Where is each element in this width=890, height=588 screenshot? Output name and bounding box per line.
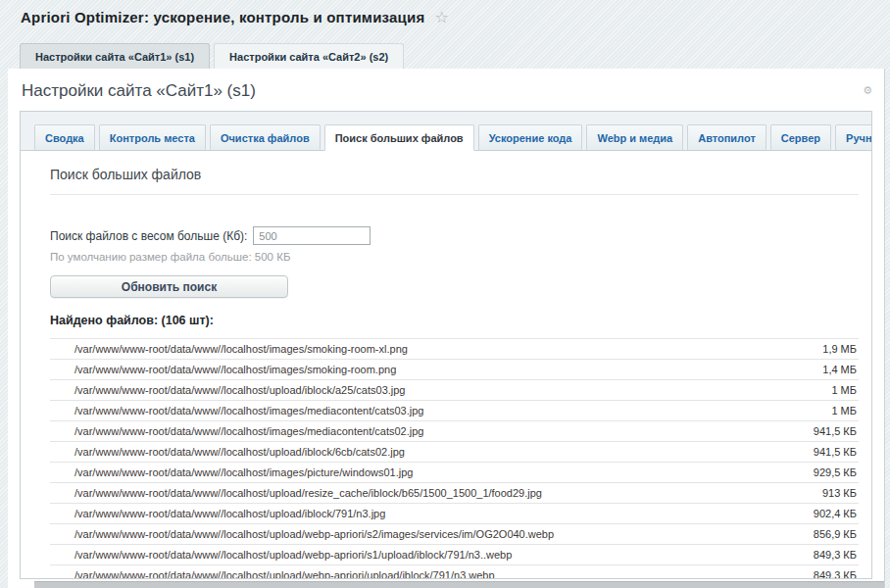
file-size: 941,5 КБ [792, 421, 859, 442]
top-bar: Apriori Optimizer: ускорение, контроль и… [0, 0, 890, 69]
file-path: /var/www/www-root/data/www//localhost/up… [50, 524, 792, 545]
tab-1[interactable]: Сводка [34, 124, 95, 151]
file-size: 849,3 КБ [792, 545, 859, 565]
file-size: 849,3 КБ [792, 565, 859, 580]
tab-9[interactable]: Ручная проверка [835, 124, 872, 151]
tab-6[interactable]: Webp и медиа [586, 124, 683, 151]
file-row: /var/www/www-root/data/www//localhost/up… [50, 565, 859, 580]
refresh-search-button[interactable]: Обновить поиск [50, 275, 288, 298]
tab-5[interactable]: Ускорение кода [478, 124, 583, 151]
file-path: /var/www/www-root/data/www//localhost/up… [50, 545, 792, 565]
file-path: /var/www/www-root/data/www//localhost/im… [50, 360, 792, 380]
tab-2[interactable]: Контроль места [99, 124, 206, 151]
file-size: 1 МБ [792, 380, 859, 401]
file-size: 929,5 КБ [792, 463, 859, 483]
search-size-input[interactable] [253, 226, 371, 245]
content-area: Настройки сайта «Сайт1» (s1) ⚙ СводкаКон… [8, 69, 885, 588]
site-tabs: Настройки сайта «Сайт1» (s1)Настройки са… [20, 43, 408, 69]
search-size-row: Поиск файлов с весом больше (Кб): [50, 226, 859, 245]
file-row: /var/www/www-root/data/www//localhost/im… [50, 339, 859, 360]
app-title: Apriori Optimizer: ускорение, контроль и… [21, 9, 424, 25]
file-path: /var/www/www-root/data/www//localhost/im… [50, 401, 792, 421]
file-path: /var/www/www-root/data/www//localhost/up… [50, 565, 792, 580]
gear-icon[interactable]: ⚙ [863, 84, 872, 97]
file-row: /var/www/www-root/data/www//localhost/up… [50, 524, 859, 545]
file-size: 1 МБ [792, 401, 859, 421]
file-path: /var/www/www-root/data/www//localhost/up… [50, 504, 792, 524]
file-path: /var/www/www-root/data/www//localhost/im… [50, 463, 792, 483]
results-count-title: Найдено файлов: (106 шт): [50, 314, 859, 327]
files-table: /var/www/www-root/data/www//localhost/im… [50, 338, 859, 579]
file-row: /var/www/www-root/data/www//localhost/im… [50, 360, 859, 380]
tab-3[interactable]: Очистка файлов [210, 124, 321, 151]
file-row: /var/www/www-root/data/www//localhost/up… [50, 380, 859, 401]
file-row: /var/www/www-root/data/www//localhost/im… [50, 463, 859, 483]
tab-4[interactable]: Поиск больших файлов [324, 124, 474, 151]
file-size: 1,4 МБ [792, 360, 859, 380]
file-size: 941,5 КБ [792, 442, 859, 463]
files-table-body: /var/www/www-root/data/www//localhost/im… [50, 339, 859, 580]
section-title: Поиск больших файлов [50, 165, 859, 182]
favorite-star-icon[interactable]: ☆ [434, 10, 448, 25]
site-tab-1[interactable]: Настройки сайта «Сайт1» (s1) [20, 43, 210, 69]
file-row: /var/www/www-root/data/www//localhost/im… [50, 401, 859, 421]
tab-8[interactable]: Сервер [770, 124, 831, 151]
settings-panel: СводкаКонтроль местаОчистка файловПоиск … [20, 111, 872, 579]
search-size-label: Поиск файлов с весом больше (Кб): [50, 229, 247, 243]
file-path: /var/www/www-root/data/www//localhost/up… [50, 380, 792, 401]
tab-7[interactable]: Автопилот [687, 124, 766, 151]
file-row: /var/www/www-root/data/www//localhost/im… [50, 421, 859, 442]
site-tab-2[interactable]: Настройки сайта «Сайт2» (s2) [214, 43, 404, 69]
file-row: /var/www/www-root/data/www//localhost/up… [50, 545, 859, 565]
search-size-hint: По умолчанию размер файла больше: 500 КБ [50, 251, 859, 263]
file-size: 1,9 МБ [792, 339, 859, 360]
file-size: 856,9 КБ [792, 524, 859, 545]
file-row: /var/www/www-root/data/www//localhost/up… [50, 504, 859, 524]
file-path: /var/www/www-root/data/www//localhost/up… [50, 442, 792, 463]
nav-tabs: СводкаКонтроль местаОчистка файловПоиск … [21, 112, 871, 151]
page-title: Настройки сайта «Сайт1» (s1) [8, 69, 884, 111]
file-path: /var/www/www-root/data/www//localhost/im… [50, 339, 792, 360]
file-path: /var/www/www-root/data/www//localhost/up… [50, 483, 792, 504]
tab-content-large-files: Поиск больших файлов Поиск файлов с весо… [21, 151, 871, 579]
title-row: Apriori Optimizer: ускорение, контроль и… [0, 0, 890, 25]
file-size: 913 КБ [792, 483, 859, 504]
horizontal-scrollbar[interactable] [34, 581, 884, 588]
file-size: 902,4 КБ [792, 504, 859, 524]
file-row: /var/www/www-root/data/www//localhost/up… [50, 442, 859, 463]
section-divider [50, 194, 859, 195]
file-row: /var/www/www-root/data/www//localhost/up… [50, 483, 859, 504]
file-path: /var/www/www-root/data/www//localhost/im… [50, 421, 792, 442]
